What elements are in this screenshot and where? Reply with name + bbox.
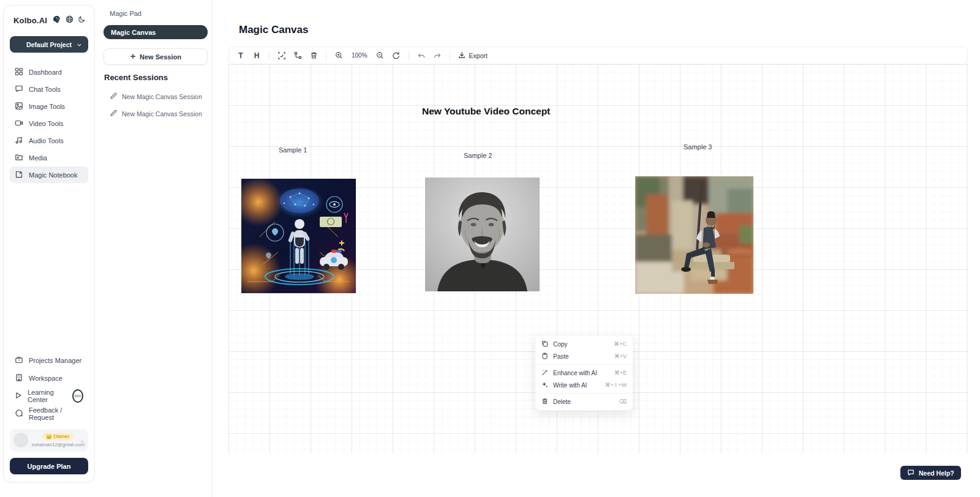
context-menu-item-write-with-ai[interactable]: Write with AI ⌘+⇧+W (535, 379, 633, 391)
sidebar-bottom-nav: Projects Manager Workspace Learning Cent… (10, 352, 88, 422)
wand-icon (541, 369, 548, 377)
play-icon (15, 392, 22, 400)
context-menu-label: Copy (553, 341, 567, 348)
delete-tool-button[interactable] (307, 49, 320, 62)
copy-icon (541, 340, 548, 348)
sidebar-item-media[interactable]: Media (10, 149, 88, 166)
reset-rotation-button[interactable] (390, 49, 403, 62)
context-menu-label: Delete (553, 398, 571, 405)
sample-3-label[interactable]: Sample 3 (684, 143, 712, 151)
sample-1-image[interactable] (241, 179, 356, 293)
context-menu: Copy ⌘+C Paste ⌘+V Enhance with AI ⌘+E W… (535, 335, 633, 411)
sidebar-item-projects-manager[interactable]: Projects Manager (10, 352, 88, 368)
dark-mode-moon-icon[interactable] (78, 15, 86, 26)
ai-select-tool-button[interactable] (275, 49, 288, 62)
sidebar-item-chat-tools[interactable]: Chat Tools (10, 81, 88, 97)
context-menu-item-copy[interactable]: Copy ⌘+C (535, 338, 633, 350)
owner-role-badge: 👑Owner (42, 433, 74, 441)
context-menu-item-delete[interactable]: Delete ⌫ (535, 395, 633, 408)
briefcase-icon (15, 356, 23, 365)
brand-head-icon (51, 14, 61, 26)
brand-logo-text: Kolbo.AI (13, 16, 47, 25)
sidebar-item-image-tools[interactable]: Image Tools (10, 98, 88, 114)
canvas-heading-text[interactable]: New Youtube Video Concept (422, 106, 550, 117)
brand-row: Kolbo.AI (10, 14, 88, 26)
shortcut-hint: ⌘+⇧+W (605, 382, 627, 388)
context-menu-item-paste[interactable]: Paste ⌘+V (535, 350, 633, 362)
notebook-icon (15, 170, 23, 180)
sidebar-item-label: Image Tools (29, 103, 65, 110)
sample-2-image[interactable] (425, 177, 540, 291)
sidebar-item-label: Magic Notebook (29, 171, 78, 179)
need-help-label: Need Help? (919, 469, 954, 477)
sidebar-item-workspace[interactable]: Workspace (10, 370, 88, 386)
sidebar-item-label: Feedback / Request (29, 406, 83, 421)
project-selector[interactable]: Default Project (10, 36, 88, 53)
paste-icon (541, 353, 548, 361)
sidebar-item-dashboard[interactable]: Dashboard (10, 64, 88, 80)
sidebar-item-label: Dashboard (29, 69, 62, 76)
sidebar-item-audio-tools[interactable]: Audio Tools (10, 132, 88, 149)
context-menu-label: Paste (553, 353, 569, 360)
new-session-button[interactable]: New Session (104, 48, 208, 65)
shortcut-hint: ⌘+E (614, 370, 627, 376)
magic-pad-item[interactable]: Magic Pad (110, 10, 141, 17)
image-icon (15, 102, 23, 111)
shortcut-hint: ⌘+V (614, 353, 627, 359)
chevron-down-icon (77, 42, 82, 49)
undo-button[interactable] (415, 49, 428, 62)
chevron-up-icon (80, 435, 85, 446)
toolbar-divider (409, 51, 409, 61)
session-list-item[interactable]: New Magic Canvas Session (110, 92, 208, 101)
language-globe-icon[interactable] (66, 15, 74, 26)
toolbar-divider (269, 51, 270, 61)
session-item-label: New Magic Canvas Session (122, 93, 202, 100)
sample-2-label[interactable]: Sample 2 (464, 152, 492, 159)
context-menu-label: Enhance with AI (553, 370, 597, 376)
sample-3-image[interactable] (635, 176, 753, 294)
zoom-in-button[interactable] (332, 49, 345, 62)
new-session-label: New Session (140, 53, 181, 61)
need-help-button[interactable]: Need Help? (900, 466, 961, 480)
media-folder-icon (15, 153, 23, 163)
sidebar-item-label: Audio Tools (29, 137, 64, 144)
sidebar-item-label: Media (29, 154, 47, 162)
context-menu-item-enhance-with-ai[interactable]: Enhance with AI ⌘+E (535, 367, 633, 379)
sample-1-label[interactable]: Sample 1 (279, 146, 307, 154)
connector-tool-button[interactable] (291, 49, 304, 62)
sidebar-item-learning-center[interactable]: Learning Center 66% (10, 387, 88, 404)
sparkle-icon (541, 381, 548, 389)
toolbar-divider (326, 51, 326, 61)
sidebar-item-video-tools[interactable]: Video Tools (10, 115, 88, 132)
pencil-icon (110, 110, 117, 118)
avatar (13, 433, 28, 447)
chat-icon (15, 84, 23, 94)
progress-ring-badge: 66% (72, 389, 83, 403)
sidebar-item-feedback-request[interactable]: Feedback / Request (10, 405, 88, 422)
magic-canvas-item-selected[interactable]: Magic Canvas (104, 25, 208, 39)
upgrade-plan-button[interactable]: Upgrade Plan (10, 458, 88, 474)
heading-tool-button[interactable]: H (250, 49, 263, 62)
sidebar-item-label: Projects Manager (29, 357, 81, 364)
sidebar-item-label: Learning Center (28, 389, 66, 403)
redo-button[interactable] (431, 49, 444, 62)
zoom-out-button[interactable] (374, 49, 387, 62)
audio-icon (15, 136, 23, 146)
sidebar-item-label: Chat Tools (29, 86, 61, 93)
sessions-panel: Magic Pad Magic Canvas New Session Recen… (95, 0, 213, 497)
shortcut-hint: ⌫ (619, 398, 627, 405)
dashboard-icon (15, 67, 23, 77)
export-button[interactable]: Export (456, 51, 490, 60)
shortcut-hint: ⌘+C (614, 341, 627, 347)
plus-icon (130, 53, 136, 61)
user-email: zoharvan12@gmail.com (32, 442, 85, 447)
toolbar-divider (450, 51, 450, 61)
user-account-card[interactable]: 👑Owner zoharvan12@gmail.com (10, 429, 88, 452)
context-menu-divider (535, 364, 633, 365)
session-list-item[interactable]: New Magic Canvas Session (110, 110, 208, 118)
owner-role-label: Owner (53, 433, 69, 439)
sidebar-item-magic-notebook[interactable]: Magic Notebook (10, 166, 88, 183)
session-item-label: New Magic Canvas Session (122, 110, 202, 118)
feedback-icon (15, 409, 23, 419)
text-tool-button[interactable]: T (234, 49, 247, 62)
